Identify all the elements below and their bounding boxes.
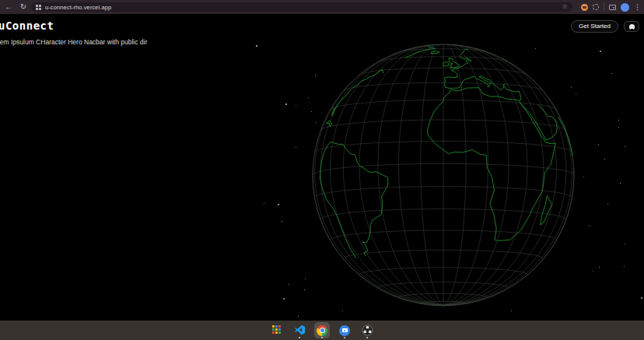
back-icon[interactable]: ← <box>2 1 15 13</box>
vscode-icon <box>294 324 306 336</box>
github-icon <box>629 24 635 30</box>
star <box>611 73 612 74</box>
dock-item-chrome[interactable] <box>314 322 330 338</box>
star <box>618 127 619 128</box>
star <box>264 203 264 204</box>
site-info-icon[interactable] <box>36 5 41 10</box>
header-actions: Get Started <box>571 20 639 33</box>
star <box>298 316 299 317</box>
star <box>296 147 296 148</box>
star <box>625 146 625 147</box>
star <box>256 45 257 47</box>
running-indicator <box>366 337 368 338</box>
running-indicator <box>321 337 323 338</box>
star <box>620 183 621 184</box>
app-grid-launcher[interactable] <box>269 322 285 338</box>
address-bar[interactable]: u-connect-rho.vercel.app ☆ <box>31 2 572 12</box>
brand-logo[interactable]: uConnect <box>0 19 54 32</box>
reload-icon[interactable]: ↻ <box>17 1 30 13</box>
globe[interactable] <box>311 43 576 307</box>
star <box>589 226 590 226</box>
star <box>278 204 279 205</box>
browser-toolbar: ← ↻ u-connect-rho.vercel.app ☆ ⋮ <box>0 0 644 14</box>
browser-menu-icon[interactable]: ⋮ <box>634 4 641 11</box>
obs-icon <box>362 324 373 336</box>
running-indicator <box>299 337 300 338</box>
camera-app-icon <box>339 325 350 336</box>
wireframe-earth[interactable] <box>311 43 576 307</box>
toolbar-divider <box>604 3 604 11</box>
webpage: uConnect Get Started rem Ipsulum CHaract… <box>0 14 644 321</box>
url-text[interactable]: u-connect-rho.vercel.app <box>45 4 111 11</box>
dock-item-vscode[interactable] <box>292 322 307 338</box>
star <box>576 93 576 94</box>
star <box>342 310 343 311</box>
star <box>511 310 512 311</box>
star <box>618 120 619 121</box>
star <box>600 51 601 52</box>
star <box>624 266 625 267</box>
star <box>296 105 296 106</box>
star <box>305 279 306 279</box>
star <box>604 159 605 159</box>
dock-item-camera-app[interactable] <box>337 322 352 338</box>
chrome-icon <box>317 325 327 336</box>
star <box>308 97 309 98</box>
hero-subtitle: rem Ipsulum CHaracter Hero Nacbar with p… <box>0 38 147 46</box>
extensions-circle-icon[interactable] <box>593 4 599 10</box>
bookmark-star-icon[interactable]: ☆ <box>562 4 568 10</box>
github-button[interactable] <box>624 21 639 32</box>
dock <box>0 321 644 340</box>
star <box>285 103 287 105</box>
star <box>583 177 584 177</box>
app-grid-icon <box>272 325 282 335</box>
extension-icon[interactable] <box>581 4 588 11</box>
star <box>599 267 600 268</box>
star <box>598 144 599 145</box>
running-indicator <box>344 337 345 338</box>
cast-icon[interactable] <box>609 5 616 10</box>
star <box>641 297 642 299</box>
star <box>283 298 285 300</box>
star <box>607 204 608 205</box>
dock-item-obs[interactable] <box>359 322 375 338</box>
profile-avatar[interactable] <box>621 3 629 12</box>
screen: { "browser": { "url": "u-connect-rho.ver… <box>0 0 644 340</box>
star <box>282 221 282 222</box>
star <box>304 289 305 290</box>
star <box>289 284 289 285</box>
star <box>593 271 593 272</box>
star <box>625 244 625 244</box>
get-started-button[interactable]: Get Started <box>571 20 618 33</box>
